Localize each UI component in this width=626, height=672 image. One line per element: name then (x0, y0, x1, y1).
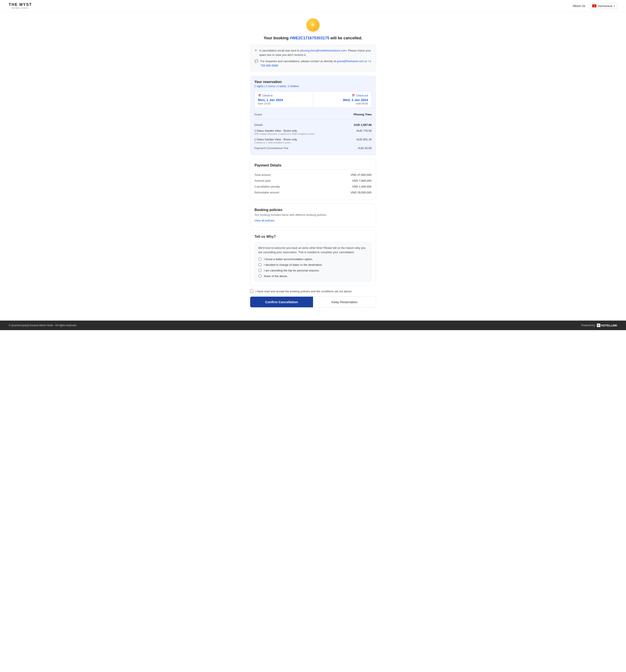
status-icon: ✳ (250, 19, 376, 31)
alert-email-link[interactable]: phuong.trieu@hotellinksolutions.com (300, 49, 346, 52)
lang-label: Vietnamese (598, 4, 612, 8)
checkout-calendar-icon: 📅 (352, 94, 355, 97)
checkin-calendar-icon: 📅 (258, 94, 261, 97)
payment-label-3: Refundable amount (255, 191, 279, 194)
hotellink-h-icon: H (597, 323, 600, 327)
alert-email-icon: ✕ (255, 49, 257, 52)
payment-label-0: Total amount (255, 173, 271, 176)
footer-copyright: © {{current-year}} Kovena Demo Hotel - A… (9, 324, 77, 327)
guest-name: Phuong Trieu (354, 113, 372, 116)
radio-circle-0 (258, 257, 262, 261)
room-2-sub: 2 adults & 1 child included in price (254, 141, 297, 144)
guest-row: Guest Phuong Trieu (254, 112, 372, 117)
view-all-policies-link[interactable]: View all policies (255, 219, 274, 222)
room-2-name: 1 Delux Garden View - Room only (254, 138, 297, 141)
flag-icon: ★ (592, 4, 597, 7)
booking-id: #WE2C171675303175 (290, 36, 329, 40)
payment-label-1: Amount paid (255, 179, 270, 182)
header-nav: About Us ★ Vietnamese ▾ (573, 3, 617, 9)
radio-option-2[interactable]: I am cancelling the trip for personal re… (258, 269, 368, 272)
payment-title: Payment Details (255, 163, 371, 167)
checkin-date: Mon, 1 Jan 2024 (258, 98, 310, 102)
radio-option-0[interactable]: I found a better accommodation option. (258, 257, 368, 261)
alert-row-contact: 💬 For enquiries and cancellations, pleas… (255, 59, 371, 68)
checkin-cell: 📅 Check-in Mon, 1 Jan 2024 from 14:00 (255, 92, 313, 108)
policies-title: Booking policies (255, 208, 371, 212)
payment-card: Payment Details Total amount VND 37,800,… (250, 159, 376, 200)
fee-value: AUD 20.00 (358, 146, 372, 150)
confirm-cancellation-button[interactable]: Confirm Cancellation (250, 297, 313, 307)
footer: © {{current-year}} Kovena Demo Hotel - A… (0, 320, 626, 330)
tell-us-box: We'd love to welcome you back at some ot… (255, 242, 371, 282)
about-us-link[interactable]: About Us (573, 4, 585, 8)
policies-desc: Our booking includes items with differen… (255, 213, 371, 216)
logo: THE MYST DONG KHOI (9, 3, 32, 9)
checkin-time: from 14:00 (258, 102, 310, 105)
payment-value-3: VND 29,000,000 (351, 191, 371, 194)
alert-box: ✕ A cancellation email was sent to phuon… (250, 45, 376, 71)
room-1-name: 1 Delux Garden View - Room only (254, 129, 314, 133)
checkin-label: 📅 Check-in (258, 94, 310, 97)
guest-label: Guest (254, 113, 262, 116)
action-buttons: Confirm Cancellation Keep Reservation (250, 296, 376, 308)
payment-row-3: Refundable amount VND 29,000,000 (255, 190, 371, 195)
flag-star: ★ (594, 5, 595, 7)
radio-label-1: I decided to change of dates or the dest… (264, 263, 322, 266)
title-prefix: Your booking (264, 36, 290, 40)
radio-option-1[interactable]: I decided to change of dates or the dest… (258, 263, 368, 266)
room-1-row: 1 Delux Garden View - Room only 30% Inst… (254, 128, 372, 137)
alert-chat-icon: 💬 (255, 59, 258, 63)
payment-value-1: VND 7,800,000 (352, 179, 371, 182)
payment-row-1: Amount paid VND 7,800,000 (255, 178, 371, 184)
alert-row-email: ✕ A cancellation email was sent to phuon… (255, 48, 371, 57)
details-total: AUD 1,597.66 (354, 123, 372, 126)
radio-circle-2 (258, 269, 262, 272)
footer-right: Powered by H HOTELLINK (581, 323, 617, 327)
keep-reservation-button[interactable]: Keep Reservation (313, 297, 376, 307)
room-1-sub: 30% Instant Discount, 2 adults & 1 child… (254, 133, 314, 135)
title-suffix: will be cancelled. (329, 36, 362, 40)
spinner-circle: ✳ (307, 19, 319, 31)
reservation-meta: 2 nights | 2 rooms | 4 adults, 2 childre… (254, 85, 372, 88)
alert-email-text: A cancellation email was sent to phuong.… (259, 48, 371, 57)
language-selector[interactable]: ★ Vietnamese ▾ (590, 3, 617, 9)
payment-row-2: Cancellation penalty VND 1,000,000 (255, 184, 371, 190)
radio-label-3: None of the above. (264, 274, 288, 278)
agree-label: I have read and accept the booking polic… (256, 290, 352, 293)
payment-row-0: Total amount VND 37,800,000 (255, 172, 371, 178)
hotellink-logo: H HOTELLINK (597, 323, 617, 327)
checkin-row: 📅 Check-in Mon, 1 Jan 2024 from 14:00 📅 … (254, 91, 372, 108)
payment-value-0: VND 37,800,000 (351, 173, 371, 176)
radio-option-3[interactable]: None of the above. (258, 274, 368, 278)
spinner-icon: ✳ (311, 22, 315, 28)
checkout-time: until 08:00 (317, 102, 368, 105)
radio-circle-1 (258, 263, 262, 266)
reservation-card: Your reservation 2 nights | 2 rooms | 4 … (250, 76, 376, 155)
tell-us-title: Tell us Why? (255, 235, 371, 239)
alert-contact-text: For enquiries and cancellations, please … (260, 59, 371, 68)
checkout-cell: 📅 Check-out Wed, 3 Jan 2024 until 08:00 (313, 92, 372, 108)
payment-rows: Total amount VND 37,800,000 Amount paid … (255, 172, 371, 195)
agree-checkbox[interactable] (250, 289, 254, 293)
detail-table: Guest Phuong Trieu Details AUD 1,597.66 … (254, 112, 372, 151)
page-title: Your booking #WE2C171675303175 will be c… (250, 36, 376, 41)
radio-label-0: I found a better accommodation option. (264, 258, 313, 261)
radio-circle-3 (258, 274, 262, 278)
chevron-down-icon: ▾ (614, 5, 615, 7)
details-header-row: Details AUD 1,597.66 (254, 122, 372, 128)
logo-sub: DONG KHOI (12, 7, 29, 9)
room-1-price: AUD 776.50 (356, 129, 372, 133)
details-label: Details (254, 123, 263, 126)
fee-label: Payment Convenience Fee (254, 146, 288, 150)
agree-row[interactable]: I have read and accept the booking polic… (250, 289, 376, 293)
policies-card: Booking policies Our booking includes it… (250, 203, 376, 227)
reservation-title: Your reservation (254, 80, 372, 84)
fee-row: Payment Convenience Fee AUD 20.00 (254, 145, 372, 151)
alert-guest-email-link[interactable]: guest@freehand.com (337, 59, 364, 63)
room-2-row: 1 Delux Garden View - Room only 2 adults… (254, 137, 372, 145)
tell-us-section: Tell us Why? We'd love to welcome you ba… (250, 230, 376, 286)
logo-main: THE MYST (9, 3, 32, 6)
powered-by-label: Powered by (581, 324, 595, 327)
payment-label-2: Cancellation penalty (255, 185, 280, 188)
tell-us-desc: We'd love to welcome you back at some ot… (258, 246, 368, 254)
